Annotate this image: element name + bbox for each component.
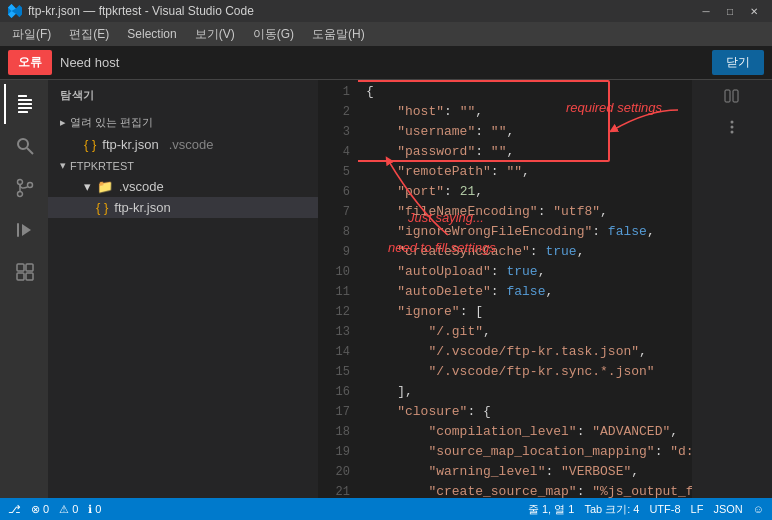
code-line-8: "ignoreWrongFileEncoding": false, bbox=[366, 222, 692, 242]
svg-rect-14 bbox=[17, 223, 19, 237]
cursor-position[interactable]: 줄 1, 열 1 bbox=[528, 502, 574, 517]
window-controls[interactable]: ─ □ ✕ bbox=[696, 3, 764, 19]
title-bar-left: ftp-kr.json — ftpkrtest - Visual Studio … bbox=[8, 4, 254, 18]
extensions-button[interactable] bbox=[4, 252, 44, 292]
title-bar: ftp-kr.json — ftpkrtest - Visual Studio … bbox=[0, 0, 772, 22]
eol[interactable]: LF bbox=[691, 503, 704, 515]
ftpkrtest-section[interactable]: ▾ FTPKRTEST bbox=[48, 155, 318, 176]
menu-help[interactable]: 도움말(H) bbox=[304, 24, 373, 45]
code-line-11: "autoDelete": false, bbox=[366, 282, 692, 302]
status-left: ⎇ ⊗ 0 ⚠ 0 ℹ 0 bbox=[8, 503, 101, 516]
encoding[interactable]: UTF-8 bbox=[649, 503, 680, 515]
source-control-button[interactable] bbox=[4, 168, 44, 208]
line-num-6: 6 bbox=[318, 182, 350, 202]
line-num-15: 15 bbox=[318, 362, 350, 382]
main-content: 탐색기 ▸ 열려 있는 편집기 { } ftp-kr.json .vscode … bbox=[0, 80, 772, 498]
svg-rect-22 bbox=[733, 90, 738, 102]
menu-file[interactable]: 파일(F) bbox=[4, 24, 59, 45]
code-line-2: "host": "", bbox=[366, 102, 692, 122]
explorer-button[interactable] bbox=[4, 84, 44, 124]
smiley-icon: ☺ bbox=[753, 503, 764, 515]
code-line-10: "autoUpload": true, bbox=[366, 262, 692, 282]
sidebar: 탐색기 ▸ 열려 있는 편집기 { } ftp-kr.json .vscode … bbox=[48, 80, 318, 498]
warnings-count[interactable]: ⚠ 0 bbox=[59, 503, 78, 516]
tab-size-text: Tab 크기: 4 bbox=[584, 502, 639, 517]
code-line-6: "port": 21, bbox=[366, 182, 692, 202]
info-icon: ℹ bbox=[88, 503, 92, 516]
svg-rect-3 bbox=[18, 95, 27, 97]
code-area[interactable]: { "host": "", "username": "", "password"… bbox=[358, 80, 692, 498]
line-num-13: 13 bbox=[318, 322, 350, 342]
error-tab[interactable]: 오류 bbox=[8, 50, 52, 75]
menu-edit[interactable]: 편집(E) bbox=[61, 24, 117, 45]
line-num-12: 12 bbox=[318, 302, 350, 322]
notification-message: Need host bbox=[60, 55, 704, 70]
debug-button[interactable] bbox=[4, 210, 44, 250]
open-file-path: .vscode bbox=[169, 137, 214, 152]
line-num-20: 20 bbox=[318, 462, 350, 482]
chevron-down-icon-2: ▾ bbox=[84, 179, 91, 194]
language-mode[interactable]: JSON bbox=[713, 503, 742, 515]
code-line-12: "ignore": [ bbox=[366, 302, 692, 322]
svg-point-10 bbox=[18, 180, 23, 185]
svg-rect-17 bbox=[17, 273, 24, 280]
svg-point-25 bbox=[731, 131, 734, 134]
status-right: 줄 1, 열 1 Tab 크기: 4 UTF-8 LF JSON ☺ bbox=[528, 502, 764, 517]
code-line-3: "username": "", bbox=[366, 122, 692, 142]
tab-size[interactable]: Tab 크기: 4 bbox=[584, 502, 639, 517]
svg-point-24 bbox=[731, 126, 734, 129]
vscode-folder-item[interactable]: ▾ 📁 .vscode bbox=[48, 176, 318, 197]
folder-icon: 📁 bbox=[97, 179, 113, 194]
svg-point-8 bbox=[18, 139, 28, 149]
vscode-icon bbox=[8, 4, 22, 18]
svg-rect-15 bbox=[17, 264, 24, 271]
line-num-8: 8 bbox=[318, 222, 350, 242]
code-line-9: "createSyncCache": true, bbox=[366, 242, 692, 262]
menu-selection[interactable]: Selection bbox=[119, 25, 184, 43]
open-editors-label: 열려 있는 편집기 bbox=[70, 115, 153, 130]
open-editors-section[interactable]: ▸ 열려 있는 편집기 bbox=[48, 111, 318, 134]
menu-view[interactable]: 보기(V) bbox=[187, 24, 243, 45]
info-count-val: 0 bbox=[95, 503, 101, 515]
sidebar-title: 탐색기 bbox=[48, 80, 318, 111]
search-button[interactable] bbox=[4, 126, 44, 166]
more-actions-button[interactable] bbox=[720, 115, 744, 142]
line-num-2: 2 bbox=[318, 102, 350, 122]
code-line-20: "warning_level": "VERBOSE", bbox=[366, 462, 692, 482]
git-branch-item: ⎇ bbox=[8, 503, 21, 516]
warning-icon: ⚠ bbox=[59, 503, 69, 516]
split-editor-button[interactable] bbox=[720, 84, 744, 111]
file-icon-2: { } bbox=[96, 200, 108, 215]
line-num-19: 19 bbox=[318, 442, 350, 462]
ftp-kr-json-name: ftp-kr.json bbox=[114, 200, 170, 215]
menu-go[interactable]: 이동(G) bbox=[245, 24, 302, 45]
ftp-kr-json-item[interactable]: { } ftp-kr.json bbox=[48, 197, 318, 218]
svg-rect-5 bbox=[18, 103, 32, 105]
svg-marker-13 bbox=[22, 224, 31, 236]
svg-line-9 bbox=[27, 148, 33, 154]
info-count[interactable]: ℹ 0 bbox=[88, 503, 101, 516]
svg-rect-18 bbox=[26, 273, 33, 280]
code-line-18: "compilation_level": "ADVANCED", bbox=[366, 422, 692, 442]
notification-bar: 오류 Need host 닫기 bbox=[0, 46, 772, 80]
open-file-item[interactable]: { } ftp-kr.json .vscode bbox=[48, 134, 318, 155]
svg-rect-16 bbox=[26, 264, 33, 271]
line-num-7: 7 bbox=[318, 202, 350, 222]
smiley[interactable]: ☺ bbox=[753, 503, 764, 515]
restore-button[interactable]: □ bbox=[720, 3, 740, 19]
line-num-9: 9 bbox=[318, 242, 350, 262]
errors-count[interactable]: ⊗ 0 bbox=[31, 503, 49, 516]
language-text: JSON bbox=[713, 503, 742, 515]
code-line-19: "source_map_location_mapping": "d:/|file… bbox=[366, 442, 692, 462]
line-num-18: 18 bbox=[318, 422, 350, 442]
editor-area[interactable]: 1 2 3 4 5 6 7 8 9 10 11 12 13 14 15 16 1… bbox=[318, 80, 692, 498]
code-line-15: "/.vscode/ftp-kr.sync.*.json" bbox=[366, 362, 692, 382]
close-button[interactable]: ✕ bbox=[744, 3, 764, 19]
chevron-right-icon: ▸ bbox=[60, 116, 66, 129]
svg-rect-21 bbox=[725, 90, 730, 102]
code-line-5: "remotePath": "", bbox=[366, 162, 692, 182]
minimize-button[interactable]: ─ bbox=[696, 3, 716, 19]
chevron-down-icon: ▾ bbox=[60, 159, 66, 172]
svg-rect-4 bbox=[18, 99, 32, 101]
close-notification-button[interactable]: 닫기 bbox=[712, 50, 764, 75]
